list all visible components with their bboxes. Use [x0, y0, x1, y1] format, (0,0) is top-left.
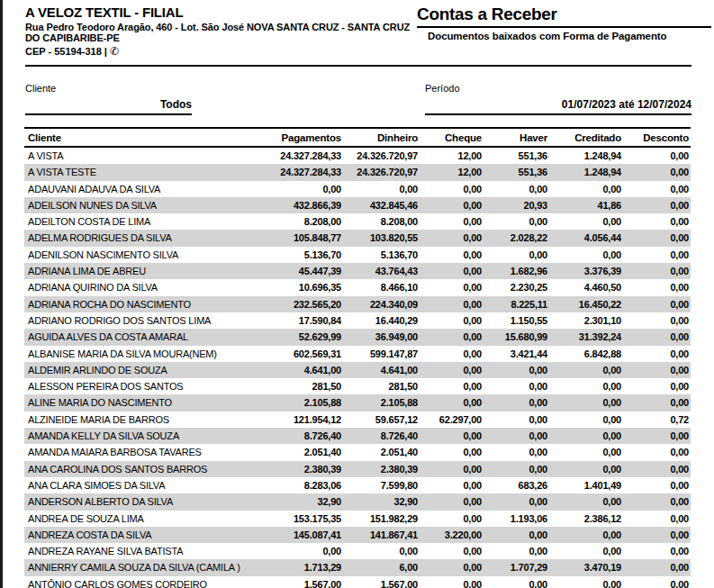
client-name-cell: AGUIDA ALVES DA COSTA AMARAL [24, 329, 256, 345]
amount-cell: 0,00 [420, 428, 484, 444]
amount-cell: 0,00 [484, 362, 549, 378]
amount-cell: 0,00 [484, 576, 549, 588]
amount-cell: 2.380,39 [343, 461, 420, 477]
table-header: Cliente Pagamentos Dinheiro Cheque Haver… [24, 128, 691, 147]
amount-cell: 0,00 [623, 559, 691, 575]
amount-cell: 45.447,39 [256, 263, 343, 279]
amount-cell: 0,00 [420, 279, 484, 295]
amount-cell: 2.230,25 [484, 279, 549, 295]
amount-cell: 0,00 [420, 197, 484, 213]
amount-cell: 0,00 [623, 477, 691, 493]
amount-cell: 3.421,44 [484, 346, 549, 362]
amount-cell: 0,00 [623, 296, 691, 312]
col-header-haver: Haver [484, 128, 549, 147]
table-row: ADENILSON NASCIMENTO SILVA5.136,705.136,… [24, 247, 691, 263]
amount-cell: 0,00 [549, 181, 623, 197]
amount-cell: 31.392,24 [549, 329, 623, 345]
amount-cell: 0,00 [420, 329, 484, 345]
table-row: ANDREZA RAYANE SILVA BATISTA0,000,000,00… [24, 543, 691, 559]
amount-cell: 0,00 [420, 394, 484, 411]
amount-cell: 0,00 [623, 428, 691, 444]
amount-cell: 0,00 [420, 362, 484, 378]
amount-cell: 62.297,00 [420, 412, 484, 428]
amount-cell: 551,36 [484, 164, 549, 180]
amount-cell: 0,00 [420, 461, 484, 477]
amount-cell: 0,00 [549, 461, 623, 477]
amount-cell: 0,00 [623, 461, 691, 477]
table-header-row: Cliente Pagamentos Dinheiro Cheque Haver… [24, 128, 691, 147]
table-row: ADAUVANI ADAUVA DA SILVA0,000,000,000,00… [24, 181, 691, 197]
filter-periodo: Período 01/07/2023 até 12/07/2024 [425, 83, 691, 115]
amount-cell: 0,00 [549, 576, 623, 588]
amount-cell: 0,00 [484, 213, 549, 230]
page-title: Contas a Receber [417, 5, 711, 28]
table-body: A VISTA24.327.284,3324.326.720,9712,0055… [24, 147, 691, 588]
table-row: ADRIANO RODRIGO DOS SANTOS LIMA17.590,84… [24, 312, 691, 329]
amount-cell: 145.087,41 [256, 527, 343, 543]
client-name-cell: ANDREA DE SOUZA LIMA [24, 511, 256, 527]
amount-cell: 16.440,29 [343, 312, 420, 329]
amount-cell: 0,00 [623, 346, 691, 362]
amount-cell: 281,50 [343, 378, 420, 394]
table-row: ALBANISE MARIA DA SILVA MOURA(NEM)602.56… [24, 346, 691, 362]
amount-cell: 0,00 [420, 213, 484, 230]
amount-cell: 24.326.720,97 [343, 147, 420, 164]
col-header-cheque: Cheque [420, 128, 484, 147]
amount-cell: 1.193,06 [484, 511, 549, 527]
col-header-dinheiro: Dinheiro [343, 128, 420, 147]
table-row: ANTÔNIO CARLOS GOMES CORDEIRO1.567,001.5… [24, 576, 691, 588]
amount-cell: 2.380,39 [256, 461, 343, 477]
amount-cell: 7.599,80 [343, 477, 420, 493]
amount-cell: 0,00 [623, 213, 691, 230]
amount-cell: 59.657,12 [343, 412, 420, 428]
table-row: AMANDA KELLY DA SILVA SOUZA8.726,408.726… [24, 428, 691, 444]
client-name-cell: AMANDA KELLY DA SILVA SOUZA [24, 428, 256, 444]
table-row: ALINE MARIA DO NASCIMENTO2.105,882.105,8… [24, 394, 691, 411]
amount-cell: 141.867,41 [343, 527, 420, 543]
client-name-cell: ANTÔNIO CARLOS GOMES CORDEIRO [24, 576, 256, 588]
amount-cell: 599.147,87 [343, 346, 420, 362]
amount-cell: 0,00 [623, 394, 691, 411]
table-row: ANDREA DE SOUZA LIMA153.175,35151.982,29… [24, 511, 691, 527]
amount-cell: 1.401,49 [549, 477, 623, 493]
amount-cell: 24.327.284,33 [256, 147, 343, 164]
amount-cell: 1.248,94 [549, 164, 623, 180]
amount-cell: 0,00 [420, 181, 484, 197]
table-row: ALDEMIR ARLINDO DE SOUZA4.641,004.641,00… [24, 362, 691, 378]
amount-cell: 0,00 [420, 559, 484, 575]
client-name-cell: ALESSON PEREIRA DOS SANTOS [24, 378, 256, 394]
amount-cell: 0,00 [549, 412, 623, 428]
client-name-cell: AMANDA MAIARA BARBOSA TAVARES [24, 444, 256, 460]
amount-cell: 2.051,40 [343, 444, 420, 460]
amount-cell: 0,00 [623, 444, 691, 460]
page-subtitle: Documentos baixados com Forma de Pagamen… [417, 28, 711, 41]
amount-cell: 1.567,00 [256, 576, 343, 588]
client-name-cell: ALDEMIR ARLINDO DE SOUZA [24, 362, 256, 378]
amount-cell: 232.565,20 [256, 296, 343, 312]
amount-cell: 0,00 [420, 263, 484, 279]
amount-cell: 10.696,35 [256, 279, 343, 295]
amount-cell: 0,00 [420, 378, 484, 394]
amount-cell: 0,00 [549, 378, 623, 394]
amount-cell: 0,00 [623, 362, 691, 378]
client-name-cell: A VISTA [24, 147, 256, 164]
amount-cell: 0,00 [484, 412, 549, 428]
amount-cell: 0,00 [623, 263, 691, 279]
client-name-cell: A VISTA TESTE [24, 164, 256, 180]
amount-cell: 0,00 [420, 511, 484, 527]
client-name-cell: ADEILSON NUNES DA SILVA [24, 197, 256, 213]
amount-cell: 2.386,12 [549, 511, 623, 527]
amount-cell: 103.820,55 [343, 230, 420, 246]
amount-cell: 0,00 [623, 329, 691, 345]
amount-cell: 0,00 [343, 181, 420, 197]
amount-cell: 0,00 [420, 444, 484, 460]
amount-cell: 1.682,96 [484, 263, 549, 279]
amount-cell: 0,00 [623, 164, 691, 180]
client-name-cell: ADENILSON NASCIMENTO SILVA [24, 247, 256, 263]
amount-cell: 24.326.720,97 [343, 164, 420, 180]
amount-cell: 8.225,11 [484, 296, 549, 312]
amount-cell: 16.450,22 [549, 296, 623, 312]
amount-cell: 151.982,29 [343, 511, 420, 527]
amount-cell: 0,00 [484, 428, 549, 444]
amount-cell: 0,00 [420, 247, 484, 263]
